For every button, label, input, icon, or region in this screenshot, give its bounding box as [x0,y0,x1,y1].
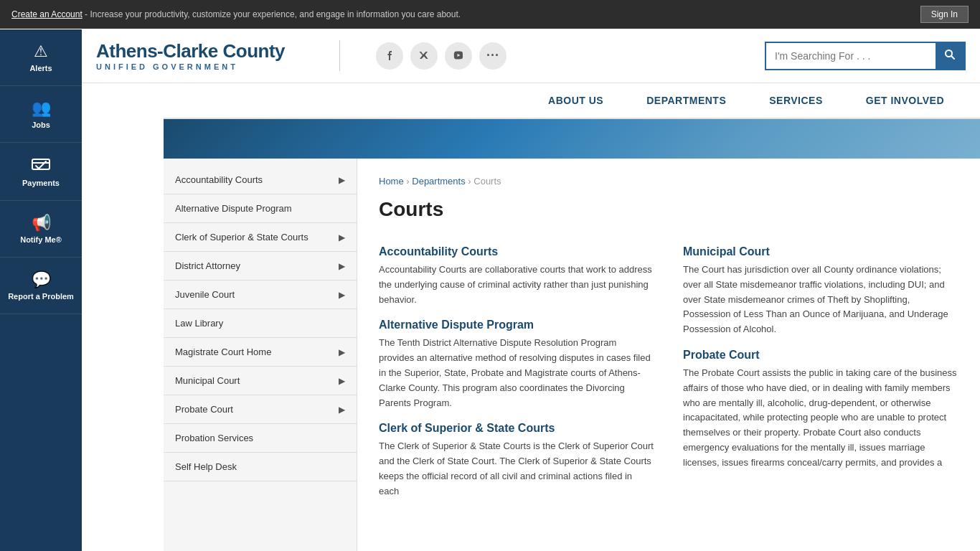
nav-departments[interactable]: DEPARTMENTS [625,83,748,118]
payments-icon [32,156,50,176]
section-title: Clerk of Superior & State Courts [379,422,654,435]
facebook-button[interactable] [376,42,403,70]
section-body: The Clerk of Superior & State Courts is … [379,439,654,499]
menu-label: Accountability Courts [175,174,263,185]
menu-item-district-attorney[interactable]: District Attorney ▶ [164,252,357,281]
logo-subtitle: UNIFIED GOVERNMENT [96,62,318,71]
section-alternative-dispute: Alternative Dispute Program The Tenth Di… [379,319,654,410]
menu-label: Magistrate Court Home [175,347,271,357]
sidebar-item-payments[interactable]: Payments [0,143,82,201]
arrow-icon: ▶ [339,376,345,386]
menu-item-probate-court[interactable]: Probate Court ▶ [164,395,357,424]
logo-area: Athens-Clarke County UNIFIED GOVERNMENT [96,40,340,71]
sidebar-label-alerts: Alerts [29,64,52,72]
section-title: Probate Court [683,349,958,362]
section-title: Accountability Courts [379,245,654,258]
menu-item-law-library[interactable]: Law Library [164,309,357,338]
svg-line-3 [951,56,954,59]
page-title: Courts [379,198,958,228]
site-header: Athens-Clarke County UNIFIED GOVERNMENT … [82,29,980,83]
search-area [521,42,966,70]
arrow-icon: ▶ [339,232,345,242]
sign-in-button[interactable]: Sign In [920,6,969,23]
menu-label: Probation Services [175,433,253,443]
arrow-icon: ▶ [339,175,345,185]
breadcrumb: Home › Departments › Courts [379,176,958,187]
menu-label: Self Help Desk [175,461,237,472]
notify-icon: 📢 [32,214,51,232]
section-body: The Probate Court assists the public in … [683,366,958,471]
sidebar-label-report: Report a Problem [8,292,74,301]
nav-services[interactable]: SERVICES [748,83,844,118]
nav-get-involved[interactable]: GET INVOLVED [844,83,966,118]
section-body: The Court has jurisdiction over all Coun… [683,263,958,337]
banner-text: Create an Account - Increase your produc… [11,9,461,19]
menu-item-probation-services[interactable]: Probation Services [164,424,357,453]
menu-label: Alternative Dispute Program [175,203,292,214]
nav-about[interactable]: ABOUT US [527,83,625,118]
sidebar-label-notify: Notify Me® [20,235,62,244]
sidebar-label-payments: Payments [22,179,60,187]
sidebar-item-alerts[interactable]: ⚠ Alerts [0,29,82,86]
sidebar-item-notify[interactable]: 📢 Notify Me® [0,201,82,258]
menu-item-municipal-court[interactable]: Municipal Court ▶ [164,367,357,395]
social-icons: ··· [376,42,507,70]
breadcrumb-departments[interactable]: Departments [412,176,465,187]
section-body: The Tenth District Alternative Dispute R… [379,336,654,410]
svg-rect-0 [32,159,50,169]
arrow-icon: ▶ [339,290,345,300]
icon-sidebar: ⚠ Alerts 👥 Jobs Payments 📢 Notify Me® 💬 … [0,29,82,551]
breadcrumb-current: Courts [473,176,501,187]
menu-item-alternative-dispute[interactable]: Alternative Dispute Program [164,194,357,223]
twitter-button[interactable] [410,42,438,70]
arrow-icon: ▶ [339,261,345,271]
search-input[interactable] [766,44,936,67]
create-account-link[interactable]: Create an Account [11,9,83,19]
search-button[interactable] [936,43,964,69]
main-nav: ABOUT US DEPARTMENTS SERVICES GET INVOLV… [164,83,980,119]
report-icon: 💬 [32,270,51,289]
search-box [765,42,966,70]
arrow-icon: ▶ [339,405,345,415]
section-title: Municipal Court [683,245,958,258]
menu-label: Probate Court [175,404,233,415]
menu-item-juvenile-court[interactable]: Juvenile Court ▶ [164,281,357,309]
menu-label: Juvenile Court [175,289,235,300]
section-body: Accountability Courts are collaborative … [379,263,654,307]
jobs-icon: 👥 [32,99,51,118]
alerts-icon: ⚠ [34,42,48,61]
left-menu: Accountability Courts ▶ Alternative Disp… [164,159,357,551]
sidebar-item-report[interactable]: 💬 Report a Problem [0,258,82,314]
section-clerk-superior: Clerk of Superior & State Courts The Cle… [379,422,654,499]
content-grid: Accountability Courts Accountability Cou… [379,245,958,499]
arrow-icon: ▶ [339,347,345,357]
section-title: Alternative Dispute Program [379,319,654,331]
more-button[interactable]: ··· [479,42,507,70]
breadcrumb-home[interactable]: Home [379,176,404,187]
logo-title: Athens-Clarke County [96,40,318,62]
sidebar-item-jobs[interactable]: 👥 Jobs [0,86,82,143]
main-content: Home › Departments › Courts Courts Accou… [357,159,980,551]
menu-label: Clerk of Superior & State Courts [175,232,308,242]
menu-label: Municipal Court [175,375,240,386]
menu-item-self-help-desk[interactable]: Self Help Desk [164,453,357,481]
top-banner: Create an Account - Increase your produc… [0,0,980,29]
page-layout: Accountability Courts ▶ Alternative Disp… [164,159,980,551]
section-probate-court: Probate Court The Probate Court assists … [683,349,958,471]
menu-item-magistrate-court[interactable]: Magistrate Court Home ▶ [164,338,357,367]
youtube-button[interactable] [445,42,472,70]
section-municipal-court: Municipal Court The Court has jurisdicti… [683,245,958,337]
section-accountability-courts: Accountability Courts Accountability Cou… [379,245,654,307]
menu-item-accountability-courts[interactable]: Accountability Courts ▶ [164,166,357,194]
menu-label: District Attorney [175,260,240,271]
menu-item-clerk-superior[interactable]: Clerk of Superior & State Courts ▶ [164,223,357,252]
menu-label: Law Library [175,318,223,329]
sidebar-label-jobs: Jobs [32,121,50,129]
hero-banner [164,119,980,159]
